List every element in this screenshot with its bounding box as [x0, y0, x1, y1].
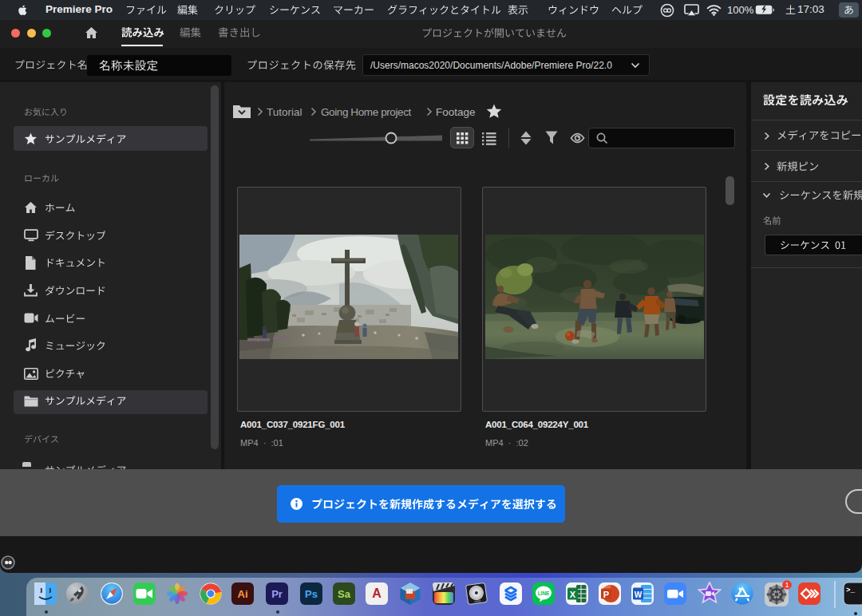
- svg-text:Ai: Ai: [238, 588, 248, 600]
- svg-text:>_: >_: [846, 586, 855, 594]
- svg-text:W: W: [635, 590, 643, 599]
- svg-text:P: P: [603, 590, 609, 599]
- svg-text:Ps: Ps: [305, 588, 318, 600]
- svg-text:LINE: LINE: [538, 590, 550, 596]
- svg-text:A: A: [372, 586, 382, 600]
- svg-text:X: X: [570, 590, 576, 599]
- svg-text:Pr: Pr: [271, 588, 283, 600]
- svg-text:1: 1: [785, 581, 789, 589]
- svg-text:Sa: Sa: [338, 588, 351, 600]
